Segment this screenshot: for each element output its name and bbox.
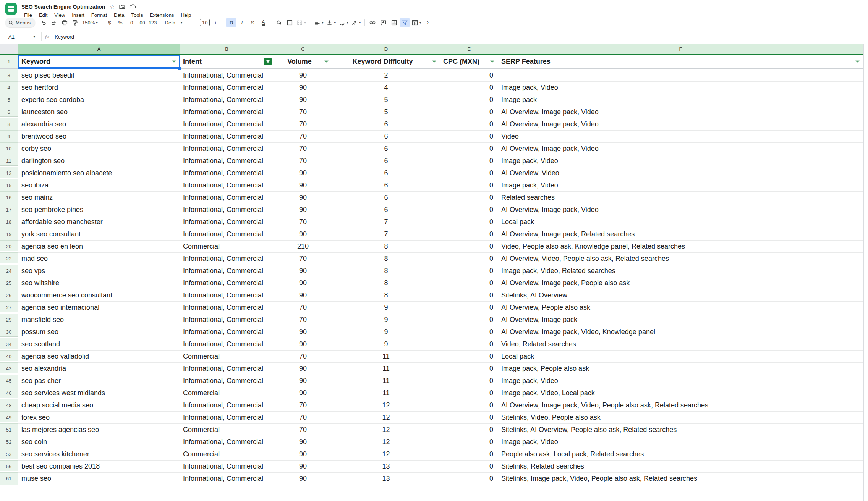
row-header-17[interactable]: 17 xyxy=(0,204,18,216)
cell-E8[interactable]: 0 xyxy=(440,118,498,131)
cell-E48[interactable]: 0 xyxy=(440,399,498,412)
cell-F46[interactable]: Image pack, Video, Local pack xyxy=(498,387,863,399)
cell-D49[interactable]: 12 xyxy=(332,412,440,424)
cell-B18[interactable]: Informational, Commercial xyxy=(180,216,274,228)
cell-F9[interactable]: Video xyxy=(498,131,863,143)
cell-B4[interactable]: Informational, Commercial xyxy=(180,82,274,94)
row-header-40[interactable]: 40 xyxy=(0,351,18,363)
row-header-9[interactable]: 9 xyxy=(0,131,18,143)
cell-F8[interactable]: AI Overview, Image pack, Video xyxy=(498,118,863,131)
text-rotation-button[interactable]: ▾ xyxy=(350,18,362,27)
cell-B30[interactable]: Informational, Commercial xyxy=(180,326,274,338)
cell-B27[interactable]: Informational, Commercial xyxy=(180,302,274,314)
decrease-decimal-button[interactable]: .0 xyxy=(126,18,136,27)
cell-D17[interactable]: 6 xyxy=(332,204,440,216)
cell-C29[interactable]: 70 xyxy=(274,314,332,326)
cell-C27[interactable]: 70 xyxy=(274,302,332,314)
row-header-51[interactable]: 51 xyxy=(0,424,18,436)
cell-D6[interactable]: 5 xyxy=(332,106,440,118)
cell-C48[interactable]: 70 xyxy=(274,399,332,412)
row-header-19[interactable]: 19 xyxy=(0,228,18,241)
cell-F53[interactable]: People also ask, Local pack, Related sea… xyxy=(498,448,863,461)
cell-F15[interactable]: Image pack, Video xyxy=(498,179,863,192)
cell-D11[interactable]: 6 xyxy=(332,155,440,167)
cell-B45[interactable]: Informational, Commercial xyxy=(180,375,274,387)
cell-B29[interactable]: Informational, Commercial xyxy=(180,314,274,326)
cell-F3[interactable] xyxy=(498,69,863,82)
table-views-button[interactable]: ▾ xyxy=(410,18,423,27)
cell-C45[interactable]: 90 xyxy=(274,375,332,387)
bold-button[interactable]: B xyxy=(226,18,236,27)
cell-A46[interactable]: seo services west midlands xyxy=(18,387,180,399)
cell-D30[interactable]: 9 xyxy=(332,326,440,338)
cell-B9[interactable]: Informational, Commercial xyxy=(180,131,274,143)
cell-C56[interactable]: 90 xyxy=(274,461,332,473)
cell-D20[interactable]: 8 xyxy=(332,241,440,253)
cell-B24[interactable]: Informational, Commercial xyxy=(180,265,274,277)
cell-E22[interactable]: 0 xyxy=(440,253,498,265)
cell-C16[interactable]: 90 xyxy=(274,192,332,204)
cell-D18[interactable]: 7 xyxy=(332,216,440,228)
cell-E16[interactable]: 0 xyxy=(440,192,498,204)
row-header-26[interactable]: 26 xyxy=(0,289,18,302)
cell-F17[interactable]: AI Overview, Image pack, Video xyxy=(498,204,863,216)
cell-C19[interactable]: 90 xyxy=(274,228,332,241)
column-header-F[interactable]: F xyxy=(498,44,863,54)
row-header-30[interactable]: 30 xyxy=(0,326,18,338)
cell-E3[interactable]: 0 xyxy=(440,69,498,82)
chevron-down-icon[interactable]: ▾ xyxy=(33,35,35,39)
column-header-B[interactable]: B xyxy=(180,44,274,54)
cell-F6[interactable]: AI Overview, Image pack, Video xyxy=(498,106,863,118)
italic-button[interactable]: I xyxy=(237,18,247,27)
row-header-3[interactable]: 3 xyxy=(0,69,18,82)
cell-D24[interactable]: 8 xyxy=(332,265,440,277)
row-header-8[interactable]: 8 xyxy=(0,118,18,131)
cell-F43[interactable]: Image pack, People also ask xyxy=(498,363,863,375)
redo-button[interactable] xyxy=(49,18,59,27)
cell-B16[interactable]: Informational, Commercial xyxy=(180,192,274,204)
cell-B49[interactable]: Informational, Commercial xyxy=(180,412,274,424)
cell-E43[interactable]: 0 xyxy=(440,363,498,375)
cell-F49[interactable]: Sitelinks, Video, People also ask xyxy=(498,412,863,424)
cell-D1[interactable]: Keyword Difficulty xyxy=(332,55,440,68)
cell-B25[interactable]: Informational, Commercial xyxy=(180,277,274,289)
cell-B48[interactable]: Informational, Commercial xyxy=(180,399,274,412)
cell-D46[interactable]: 11 xyxy=(332,387,440,399)
cell-D26[interactable]: 8 xyxy=(332,289,440,302)
cell-D8[interactable]: 6 xyxy=(332,118,440,131)
cell-E53[interactable]: 0 xyxy=(440,448,498,461)
cell-F25[interactable]: AI Overview, Image pack, People also ask xyxy=(498,277,863,289)
cell-F34[interactable]: Video, Related searches xyxy=(498,338,863,351)
cell-F13[interactable]: AI Overview, Video xyxy=(498,167,863,179)
cell-A40[interactable]: agencia seo valladolid xyxy=(18,351,180,363)
cell-B26[interactable]: Informational, Commercial xyxy=(180,289,274,302)
cell-C46[interactable]: 90 xyxy=(274,387,332,399)
cell-E56[interactable]: 0 xyxy=(440,461,498,473)
cell-F45[interactable]: Image pack, Video xyxy=(498,375,863,387)
cell-F26[interactable]: Sitelinks, AI Overview xyxy=(498,289,863,302)
cell-C26[interactable]: 90 xyxy=(274,289,332,302)
create-filter-button[interactable] xyxy=(400,18,410,27)
cell-A24[interactable]: seo vps xyxy=(18,265,180,277)
cell-D22[interactable]: 8 xyxy=(332,253,440,265)
cell-A15[interactable]: seo ibiza xyxy=(18,179,180,192)
cell-A43[interactable]: seo alexandria xyxy=(18,363,180,375)
cell-F61[interactable]: Sitelinks, Image pack, Video, People als… xyxy=(498,473,863,485)
cell-B6[interactable]: Informational, Commercial xyxy=(180,106,274,118)
undo-button[interactable] xyxy=(38,18,48,27)
cell-F1[interactable]: SERP Features xyxy=(498,55,863,68)
insert-comment-button[interactable] xyxy=(378,18,388,27)
cell-D15[interactable]: 6 xyxy=(332,179,440,192)
cell-E61[interactable]: 0 xyxy=(440,473,498,485)
horizontal-align-button[interactable]: ▾ xyxy=(313,18,325,27)
row-header-56[interactable]: 56 xyxy=(0,461,18,473)
cell-A16[interactable]: seo mainz xyxy=(18,192,180,204)
cell-A5[interactable]: experto seo cordoba xyxy=(18,94,180,106)
cell-B15[interactable]: Informational, Commercial xyxy=(180,179,274,192)
cell-B5[interactable]: Informational, Commercial xyxy=(180,94,274,106)
cell-A25[interactable]: seo wiltshire xyxy=(18,277,180,289)
cell-B34[interactable]: Informational, Commercial xyxy=(180,338,274,351)
star-icon[interactable]: ☆ xyxy=(110,4,115,10)
cell-C10[interactable]: 70 xyxy=(274,143,332,155)
cell-C34[interactable]: 90 xyxy=(274,338,332,351)
